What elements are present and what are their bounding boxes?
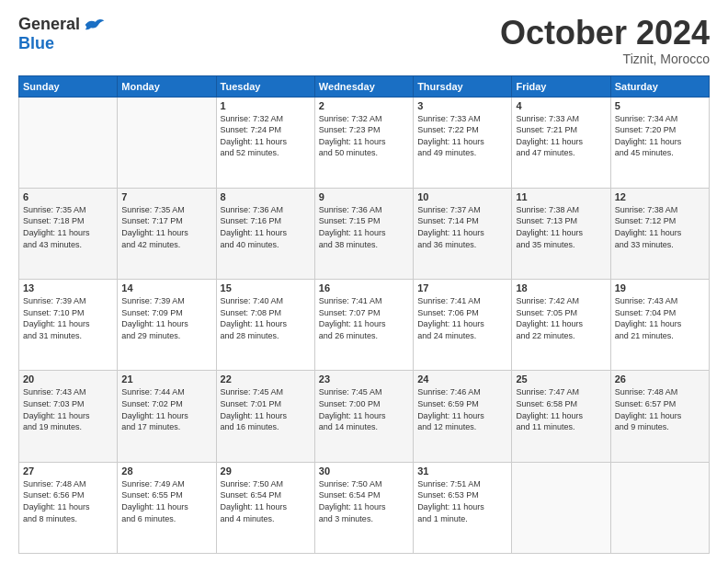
day-info: Sunrise: 7:43 AM Sunset: 7:04 PM Dayligh… bbox=[615, 295, 705, 341]
day-number: 14 bbox=[121, 282, 211, 293]
day-info: Sunrise: 7:36 AM Sunset: 7:15 PM Dayligh… bbox=[319, 204, 409, 250]
col-thursday: Thursday bbox=[414, 75, 512, 97]
table-cell: 9Sunrise: 7:36 AM Sunset: 7:15 PM Daylig… bbox=[314, 188, 413, 279]
day-info: Sunrise: 7:45 AM Sunset: 7:00 PM Dayligh… bbox=[319, 386, 409, 432]
day-number: 7 bbox=[121, 191, 211, 202]
page: General Blue October 2024 Tiznit, Morocc… bbox=[0, 0, 728, 563]
day-number: 19 bbox=[615, 282, 705, 293]
table-cell: 21Sunrise: 7:44 AM Sunset: 7:02 PM Dayli… bbox=[118, 371, 216, 462]
table-cell: 4Sunrise: 7:33 AM Sunset: 7:21 PM Daylig… bbox=[512, 97, 610, 188]
day-info: Sunrise: 7:47 AM Sunset: 6:58 PM Dayligh… bbox=[516, 386, 606, 432]
day-info: Sunrise: 7:39 AM Sunset: 7:10 PM Dayligh… bbox=[23, 295, 113, 341]
day-info: Sunrise: 7:40 AM Sunset: 7:08 PM Dayligh… bbox=[221, 295, 311, 341]
day-info: Sunrise: 7:46 AM Sunset: 6:59 PM Dayligh… bbox=[417, 386, 507, 432]
table-cell: 3Sunrise: 7:33 AM Sunset: 7:22 PM Daylig… bbox=[414, 97, 512, 188]
table-cell: 11Sunrise: 7:38 AM Sunset: 7:13 PM Dayli… bbox=[512, 188, 610, 279]
table-cell: 28Sunrise: 7:49 AM Sunset: 6:55 PM Dayli… bbox=[118, 462, 216, 553]
table-cell bbox=[610, 462, 709, 553]
day-number: 2 bbox=[319, 100, 409, 111]
table-cell: 27Sunrise: 7:48 AM Sunset: 6:56 PM Dayli… bbox=[19, 462, 118, 553]
day-number: 15 bbox=[221, 282, 311, 293]
table-cell: 1Sunrise: 7:32 AM Sunset: 7:24 PM Daylig… bbox=[216, 97, 314, 188]
day-number: 4 bbox=[516, 100, 606, 111]
day-number: 10 bbox=[417, 191, 507, 202]
table-cell: 15Sunrise: 7:40 AM Sunset: 7:08 PM Dayli… bbox=[216, 280, 314, 371]
table-cell bbox=[19, 97, 118, 188]
day-number: 20 bbox=[23, 373, 113, 385]
day-info: Sunrise: 7:41 AM Sunset: 7:07 PM Dayligh… bbox=[319, 295, 409, 341]
col-wednesday: Wednesday bbox=[314, 75, 413, 97]
day-number: 25 bbox=[516, 373, 606, 385]
col-saturday: Saturday bbox=[610, 75, 709, 97]
title-section: October 2024 Tiznit, Morocco bbox=[500, 15, 710, 66]
day-number: 16 bbox=[319, 282, 409, 293]
table-cell: 26Sunrise: 7:48 AM Sunset: 6:57 PM Dayli… bbox=[610, 371, 709, 462]
day-number: 6 bbox=[23, 191, 113, 202]
day-info: Sunrise: 7:35 AM Sunset: 7:17 PM Dayligh… bbox=[121, 204, 211, 250]
table-cell: 16Sunrise: 7:41 AM Sunset: 7:07 PM Dayli… bbox=[314, 280, 413, 371]
col-tuesday: Tuesday bbox=[216, 75, 314, 97]
day-number: 8 bbox=[221, 191, 311, 202]
day-info: Sunrise: 7:32 AM Sunset: 7:23 PM Dayligh… bbox=[319, 113, 409, 159]
table-cell: 5Sunrise: 7:34 AM Sunset: 7:20 PM Daylig… bbox=[610, 97, 709, 188]
day-number: 29 bbox=[221, 465, 311, 477]
day-info: Sunrise: 7:44 AM Sunset: 7:02 PM Dayligh… bbox=[121, 386, 211, 432]
day-info: Sunrise: 7:37 AM Sunset: 7:14 PM Dayligh… bbox=[417, 204, 507, 250]
table-cell: 7Sunrise: 7:35 AM Sunset: 7:17 PM Daylig… bbox=[118, 188, 216, 279]
logo-bird-icon bbox=[84, 16, 106, 34]
day-number: 5 bbox=[615, 100, 705, 111]
day-info: Sunrise: 7:51 AM Sunset: 6:53 PM Dayligh… bbox=[417, 478, 507, 524]
table-cell: 24Sunrise: 7:46 AM Sunset: 6:59 PM Dayli… bbox=[414, 371, 512, 462]
day-number: 22 bbox=[221, 373, 311, 385]
table-cell: 23Sunrise: 7:45 AM Sunset: 7:00 PM Dayli… bbox=[314, 371, 413, 462]
day-info: Sunrise: 7:33 AM Sunset: 7:21 PM Dayligh… bbox=[516, 113, 606, 159]
day-info: Sunrise: 7:38 AM Sunset: 7:12 PM Dayligh… bbox=[615, 204, 705, 250]
table-cell: 29Sunrise: 7:50 AM Sunset: 6:54 PM Dayli… bbox=[216, 462, 314, 553]
calendar: Sunday Monday Tuesday Wednesday Thursday… bbox=[18, 75, 710, 554]
col-sunday: Sunday bbox=[19, 75, 118, 97]
day-info: Sunrise: 7:50 AM Sunset: 6:54 PM Dayligh… bbox=[221, 478, 311, 524]
logo-general-text: General bbox=[18, 15, 80, 34]
table-cell: 8Sunrise: 7:36 AM Sunset: 7:16 PM Daylig… bbox=[216, 188, 314, 279]
table-cell bbox=[512, 462, 610, 553]
day-number: 23 bbox=[319, 373, 409, 385]
day-number: 28 bbox=[121, 465, 211, 477]
day-info: Sunrise: 7:42 AM Sunset: 7:05 PM Dayligh… bbox=[516, 295, 606, 341]
day-number: 26 bbox=[615, 373, 705, 385]
day-number: 9 bbox=[319, 191, 409, 202]
day-info: Sunrise: 7:45 AM Sunset: 7:01 PM Dayligh… bbox=[221, 386, 311, 432]
table-cell: 19Sunrise: 7:43 AM Sunset: 7:04 PM Dayli… bbox=[610, 280, 709, 371]
day-info: Sunrise: 7:32 AM Sunset: 7:24 PM Dayligh… bbox=[221, 113, 311, 159]
day-info: Sunrise: 7:39 AM Sunset: 7:09 PM Dayligh… bbox=[121, 295, 211, 341]
day-info: Sunrise: 7:33 AM Sunset: 7:22 PM Dayligh… bbox=[417, 113, 507, 159]
table-cell: 2Sunrise: 7:32 AM Sunset: 7:23 PM Daylig… bbox=[314, 97, 413, 188]
day-number: 21 bbox=[121, 373, 211, 385]
header: General Blue October 2024 Tiznit, Morocc… bbox=[18, 15, 710, 66]
table-cell: 31Sunrise: 7:51 AM Sunset: 6:53 PM Dayli… bbox=[414, 462, 512, 553]
calendar-header-row: Sunday Monday Tuesday Wednesday Thursday… bbox=[19, 75, 710, 97]
col-monday: Monday bbox=[118, 75, 216, 97]
month-title: October 2024 bbox=[500, 15, 710, 52]
day-info: Sunrise: 7:43 AM Sunset: 7:03 PM Dayligh… bbox=[23, 386, 113, 432]
day-info: Sunrise: 7:35 AM Sunset: 7:18 PM Dayligh… bbox=[23, 204, 113, 250]
table-cell: 13Sunrise: 7:39 AM Sunset: 7:10 PM Dayli… bbox=[19, 280, 118, 371]
week-row-4: 20Sunrise: 7:43 AM Sunset: 7:03 PM Dayli… bbox=[19, 371, 710, 462]
table-cell: 30Sunrise: 7:50 AM Sunset: 6:54 PM Dayli… bbox=[314, 462, 413, 553]
table-cell: 18Sunrise: 7:42 AM Sunset: 7:05 PM Dayli… bbox=[512, 280, 610, 371]
col-friday: Friday bbox=[512, 75, 610, 97]
day-number: 1 bbox=[221, 100, 311, 111]
day-info: Sunrise: 7:48 AM Sunset: 6:57 PM Dayligh… bbox=[615, 386, 705, 432]
week-row-2: 6Sunrise: 7:35 AM Sunset: 7:18 PM Daylig… bbox=[19, 188, 710, 279]
day-info: Sunrise: 7:41 AM Sunset: 7:06 PM Dayligh… bbox=[417, 295, 507, 341]
day-number: 30 bbox=[319, 465, 409, 477]
day-number: 24 bbox=[417, 373, 507, 385]
day-number: 13 bbox=[23, 282, 113, 293]
day-number: 17 bbox=[417, 282, 507, 293]
day-number: 3 bbox=[417, 100, 507, 111]
table-cell bbox=[118, 97, 216, 188]
day-info: Sunrise: 7:50 AM Sunset: 6:54 PM Dayligh… bbox=[319, 478, 409, 524]
week-row-1: 1Sunrise: 7:32 AM Sunset: 7:24 PM Daylig… bbox=[19, 97, 710, 188]
week-row-3: 13Sunrise: 7:39 AM Sunset: 7:10 PM Dayli… bbox=[19, 280, 710, 371]
day-info: Sunrise: 7:49 AM Sunset: 6:55 PM Dayligh… bbox=[121, 478, 211, 524]
logo-blue-text: Blue bbox=[18, 34, 54, 53]
